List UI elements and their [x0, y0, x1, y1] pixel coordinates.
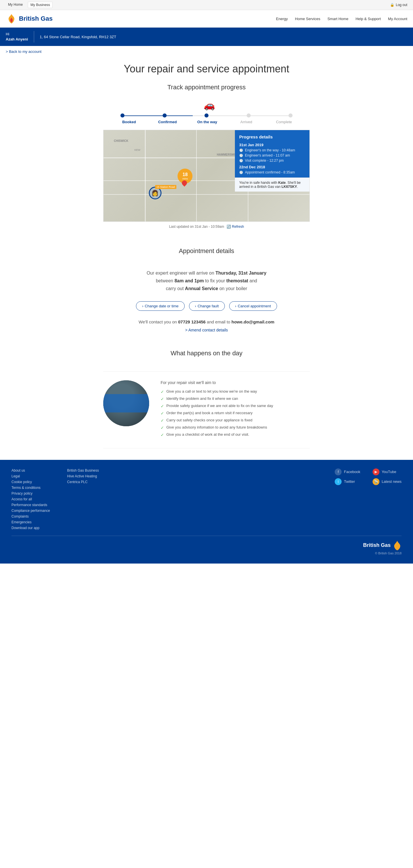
cancel-appointment-button[interactable]: › Cancel appointment	[229, 301, 277, 311]
my-business-link[interactable]: My Business	[28, 2, 53, 8]
progress-panel: Progress details 31st Jan 2019 🕐 Enginee…	[235, 130, 309, 192]
step-complete	[288, 114, 292, 118]
user-greeting: Hi Azah Anyeni	[6, 32, 28, 42]
step-booked	[121, 114, 125, 118]
progress-event-1: 🕐 Engineer's on the way - 10:48am	[239, 148, 305, 152]
engineer-info: You're in safe hands with Kate. She'll b…	[235, 178, 309, 192]
refresh-icon: 🔄	[227, 225, 231, 229]
engineer-photo-inner	[103, 380, 149, 426]
footer-link-business[interactable]: British Gas Business	[67, 468, 104, 472]
nav-home-services[interactable]: Home Services	[295, 17, 320, 21]
road-v1	[145, 130, 146, 221]
footer-link-privacy[interactable]: Privacy policy	[11, 491, 50, 495]
footer-copyright: © British Gas 2018	[363, 552, 402, 555]
footer-link-performance[interactable]: Performance standards	[11, 503, 50, 507]
progress-date-1: 31st Jan 2019	[239, 143, 305, 147]
label-confirmed: Confirmed	[158, 120, 177, 124]
footer-link-access[interactable]: Access for all	[11, 497, 50, 501]
list-item: ✓ Carry out safety checks once your appl…	[161, 418, 310, 423]
progress-panel-title: Progress details	[239, 134, 305, 139]
chevron-right-icon: ›	[142, 304, 143, 308]
logout-label[interactable]: Log out	[396, 3, 407, 7]
photo-blue-stripe	[103, 394, 149, 412]
checklist-item-5: Carry out safety checks once your applia…	[166, 418, 252, 422]
header: British Gas Energy Home Services Smart H…	[0, 10, 413, 28]
change-fault-button[interactable]: › Change fault	[189, 301, 225, 311]
checklist-item-6: Give you advisory infomation to avoid an…	[166, 425, 267, 429]
label-on-the-way: On the way	[197, 120, 217, 124]
social-facebook[interactable]: f Facebook	[335, 468, 364, 475]
check-icon-3: ✓	[161, 404, 164, 408]
what-happens-section: What happens on the day For your repair …	[98, 344, 315, 460]
list-item: ✓ Give you a checklist of work at the en…	[161, 432, 310, 437]
step-on-the-way	[205, 114, 208, 118]
nav-my-account[interactable]: My Account	[388, 17, 407, 21]
label-arrived: Arrived	[238, 120, 255, 124]
map-destination-pin	[182, 180, 187, 186]
lock-icon: 🔒	[390, 3, 394, 7]
map-container[interactable]: CHISWICK HAMMERSMITH KEW 18 mins 15 Stat…	[103, 130, 310, 222]
amend-contact-link[interactable]: > Amend contact details	[103, 328, 310, 332]
chevron-right-icon-2: ›	[195, 304, 196, 308]
footer-link-legal[interactable]: Legal	[11, 474, 50, 478]
user-banner: Hi Azah Anyeni 1, 64 Stone Cellar Road, …	[0, 28, 413, 46]
list-item: ✓ Give you a call or text to let you kno…	[161, 389, 310, 394]
social-news[interactable]: 📡 Latest news	[373, 478, 402, 485]
check-icon-1: ✓	[161, 390, 164, 394]
check-icon-7: ✓	[161, 433, 164, 437]
location-label: 15 Station Road	[155, 185, 177, 189]
my-home-link[interactable]: My Home	[6, 2, 25, 8]
clock-icon-2: 🕐	[239, 154, 243, 157]
nav-energy[interactable]: Energy	[276, 17, 288, 21]
visit-intro: For your repair visit we'll aim to	[161, 380, 310, 385]
track-section-title: Track appointment progress	[103, 78, 310, 100]
appointment-title: Appointment details	[103, 242, 310, 264]
refresh-link[interactable]: 🔄 Refresh	[227, 225, 244, 229]
twitter-icon: t	[335, 478, 342, 485]
footer-link-about[interactable]: About us	[11, 468, 50, 472]
progress-event-3: 🕐 Visit complete - 12:27 pm	[239, 159, 305, 162]
label-booked: Booked	[121, 120, 138, 124]
social-twitter[interactable]: t Twitter	[335, 478, 364, 485]
footer-link-terms[interactable]: Terms & conditions	[11, 486, 50, 490]
event-text-3: Visit complete - 12:27 pm	[245, 159, 284, 162]
checklist-item-1: Give you a call or text to let you know …	[166, 389, 257, 394]
footer-logo-text: British Gas	[363, 542, 391, 548]
change-date-button[interactable]: › Change date or time	[136, 301, 184, 311]
nav-smart-home[interactable]: Smart Home	[328, 17, 348, 21]
check-icon-4: ✓	[161, 411, 164, 415]
footer-link-cookie[interactable]: Cookie policy	[11, 480, 50, 484]
progress-event-2: 🕐 Engineer's arrived - 11:07 am	[239, 153, 305, 157]
what-happens-content: For your repair visit we'll aim to ✓ Giv…	[103, 371, 310, 448]
facebook-label: Facebook	[344, 470, 360, 474]
what-happens-title: What happens on the day	[103, 344, 310, 366]
refresh-label[interactable]: Refresh	[232, 225, 244, 229]
change-fault-label: Change fault	[198, 304, 219, 308]
logo[interactable]: British Gas	[6, 13, 53, 24]
footer-link-complaints[interactable]: Complaints	[11, 515, 50, 519]
map-label-kew: KEW	[135, 149, 141, 151]
progress-event-4: 🕐 Appointment confirmed - 8:35am	[239, 170, 305, 174]
email-address: howe.do@gmail.com	[232, 319, 274, 324]
checklist-item-4: Order the part(s) and book a return visi…	[166, 411, 253, 415]
footer-link-centrica[interactable]: Centrica PLC	[67, 480, 104, 484]
footer-link-emergencies[interactable]: Emergencies	[11, 520, 50, 524]
nav-help-support[interactable]: Help & Support	[356, 17, 381, 21]
footer-link-hive[interactable]: Hive Active Heating	[67, 474, 104, 478]
clock-icon-4: 🕐	[239, 170, 243, 174]
social-youtube[interactable]: ▶ YouTube	[373, 468, 402, 475]
footer-link-compliance[interactable]: Compliance performance	[11, 509, 50, 513]
event-text-1: Engineer's on the way - 10:48am	[245, 148, 295, 152]
timer-value: 18	[183, 172, 188, 177]
logout-container[interactable]: 🔒 Log out	[390, 3, 407, 7]
footer-link-app[interactable]: Download our app	[11, 526, 50, 530]
label-complete: Complete	[275, 120, 292, 124]
timer-unit: mins	[182, 177, 188, 180]
back-link[interactable]: > Back to my account	[0, 46, 413, 57]
page-title: Your repair and service appointment	[0, 57, 413, 78]
progress-date-2: 22nd Dec 2018	[239, 165, 305, 169]
pin-dot	[181, 179, 188, 186]
road-h3	[104, 194, 309, 195]
cancel-label: Cancel appointment	[238, 304, 271, 308]
map-section: CHISWICK HAMMERSMITH KEW 18 mins 15 Stat…	[103, 130, 310, 222]
